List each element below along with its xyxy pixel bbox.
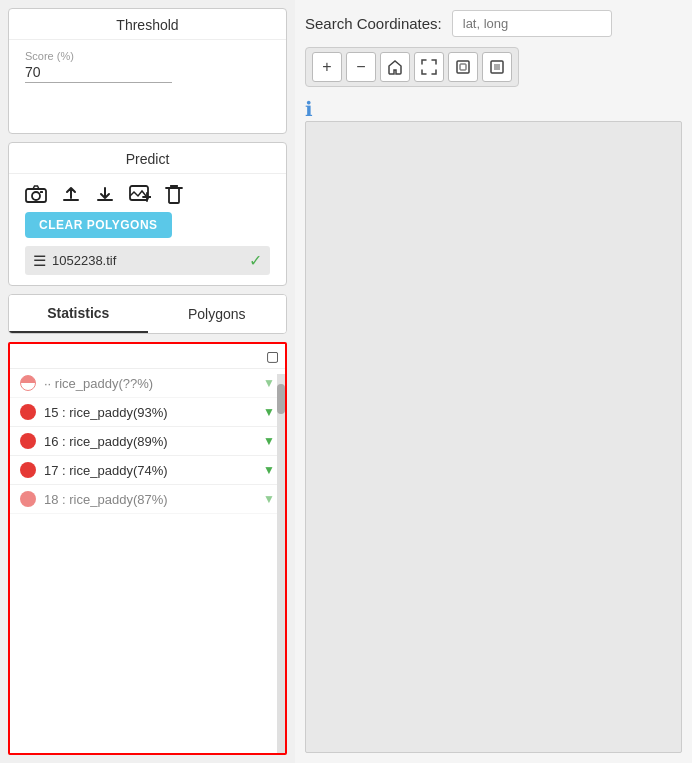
- list-item: ·· rice_paddy(??%) ▼: [10, 369, 285, 398]
- status-dot: [20, 404, 36, 420]
- copy-icon[interactable]: ▢: [266, 348, 279, 364]
- svg-point-1: [32, 192, 40, 200]
- threshold-title: Threshold: [9, 9, 286, 40]
- status-dot: [20, 375, 36, 391]
- stats-header: ▢: [10, 344, 285, 369]
- file-name: 1052238.tif: [52, 253, 116, 268]
- score-value: 70: [25, 64, 172, 83]
- search-row: Search Coordinates:: [305, 10, 682, 37]
- dropdown-icon[interactable]: ▼: [263, 492, 275, 506]
- list-item: 17 : rice_paddy(74%) ▼: [10, 456, 285, 485]
- select-button[interactable]: [482, 52, 512, 82]
- tabs-row: Statistics Polygons: [8, 294, 287, 334]
- status-dot: [20, 491, 36, 507]
- camera-icon[interactable]: [25, 185, 47, 203]
- download-icon[interactable]: [95, 184, 115, 204]
- scrollbar-track[interactable]: [277, 374, 285, 753]
- list-item: 16 : rice_paddy(89%) ▼: [10, 427, 285, 456]
- home-button[interactable]: [380, 52, 410, 82]
- right-panel: Search Coordinates: + −: [295, 0, 692, 763]
- info-icon[interactable]: ℹ: [305, 97, 682, 121]
- predict-icons: [25, 184, 270, 204]
- search-label: Search Coordinates:: [305, 15, 442, 32]
- zoom-in-button[interactable]: +: [312, 52, 342, 82]
- search-input[interactable]: [452, 10, 612, 37]
- status-dot: [20, 433, 36, 449]
- map-toolbar: + −: [305, 47, 519, 87]
- item-label: 18 : rice_paddy(87%): [44, 492, 255, 507]
- file-row: ☰ 1052238.tif ✓: [25, 246, 270, 275]
- scrollbar-thumb[interactable]: [277, 384, 285, 414]
- dropdown-icon[interactable]: ▼: [263, 434, 275, 448]
- item-label: 16 : rice_paddy(89%): [44, 434, 255, 449]
- svg-rect-5: [460, 64, 466, 70]
- threshold-card: Threshold Score (%) 70: [8, 8, 287, 134]
- score-label: Score (%): [25, 50, 270, 62]
- list-item: 15 : rice_paddy(93%) ▼: [10, 398, 285, 427]
- predict-title: Predict: [9, 143, 286, 174]
- list-icon: ☰: [33, 252, 46, 270]
- stats-list[interactable]: ·· rice_paddy(??%) ▼ 15 : rice_paddy(93%…: [10, 369, 285, 748]
- predict-card: Predict: [8, 142, 287, 286]
- fullscreen-button[interactable]: [414, 52, 444, 82]
- clear-polygons-button[interactable]: CLEAR POLYGONS: [25, 212, 172, 238]
- dropdown-icon[interactable]: ▼: [263, 405, 275, 419]
- delete-icon[interactable]: [165, 184, 183, 204]
- image-add-icon[interactable]: [129, 185, 151, 203]
- item-label: 17 : rice_paddy(74%): [44, 463, 255, 478]
- tab-polygons[interactable]: Polygons: [148, 295, 287, 333]
- item-label: 15 : rice_paddy(93%): [44, 405, 255, 420]
- zoom-out-button[interactable]: −: [346, 52, 376, 82]
- check-icon: ✓: [249, 251, 262, 270]
- svg-rect-7: [494, 64, 500, 70]
- zoom-extent-button[interactable]: [448, 52, 478, 82]
- dropdown-icon[interactable]: ▼: [263, 376, 275, 390]
- map-area[interactable]: [305, 121, 682, 753]
- svg-rect-4: [457, 61, 469, 73]
- upload-icon[interactable]: [61, 184, 81, 204]
- left-panel: Threshold Score (%) 70 Predict: [0, 0, 295, 763]
- statistics-area: ▢ ·· rice_paddy(??%) ▼ 15 : rice_paddy(9…: [8, 342, 287, 755]
- tab-statistics[interactable]: Statistics: [9, 295, 148, 333]
- item-label: ·· rice_paddy(??%): [44, 376, 255, 391]
- svg-rect-2: [40, 191, 43, 193]
- list-item: 18 : rice_paddy(87%) ▼: [10, 485, 285, 514]
- dropdown-icon[interactable]: ▼: [263, 463, 275, 477]
- status-dot: [20, 462, 36, 478]
